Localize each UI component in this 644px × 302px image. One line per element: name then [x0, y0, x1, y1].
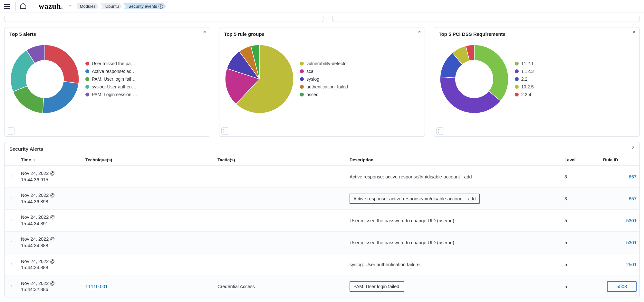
legend-item[interactable]: sca [300, 69, 420, 74]
col-description[interactable]: Description [347, 154, 562, 166]
logo-text: wazuh [39, 2, 61, 10]
cell-description: User missed the password to change UID (… [347, 232, 562, 254]
menu-toggle-icon[interactable] [3, 2, 12, 11]
expand-icon[interactable] [416, 31, 421, 37]
table-row: Nov 24, 2022 @15:44:36.898Active respons… [5, 188, 639, 210]
technique-link[interactable]: T1110.001 [85, 284, 108, 289]
legend-label: 10.2.5 [521, 84, 534, 89]
col-technique[interactable]: Technique(s) [83, 154, 215, 166]
col-ruleid[interactable]: Rule ID [601, 154, 639, 166]
description-text: User missed the password to change UID (… [350, 240, 456, 245]
ruleid-link[interactable]: 657 [629, 174, 637, 179]
app-logo[interactable]: wazuh. [39, 2, 63, 11]
ruleid-link[interactable]: 2501 [626, 262, 637, 267]
expand-row-icon[interactable] [10, 196, 14, 201]
cell-level: 3 [562, 166, 601, 188]
legend-item[interactable]: vulnerability-detector [300, 61, 420, 66]
col-tactic[interactable]: Tactic(s) [215, 154, 347, 166]
legend-item[interactable]: syslog: User authen… [85, 84, 205, 89]
ruleid-link[interactable]: 5301 [626, 218, 637, 223]
chart-panel-top-pci: Top 5 PCI DSS Requirements11.2.111.2.32.… [434, 27, 639, 137]
cell-tactic [215, 254, 347, 276]
legend-color-dot [85, 69, 89, 73]
ruleid-link[interactable]: 5503 [607, 281, 637, 292]
legend-item[interactable]: syslog [300, 76, 420, 82]
svg-point-5 [9, 132, 9, 132]
legend-item[interactable]: PAM: Login session … [85, 92, 205, 97]
breadcrumb-item[interactable]: Security eventsi [123, 3, 166, 10]
legend-color-dot [85, 62, 89, 65]
legend-item[interactable]: 2.2 [515, 76, 635, 82]
table-row: Nov 24, 2022 @15:44:36.915Active respons… [5, 166, 639, 188]
col-time[interactable]: Time ↓ [18, 154, 83, 166]
cell-time: Nov 24, 2022 @15:44:34.888 [18, 232, 83, 254]
cell-level: 5 [562, 232, 601, 254]
expand-icon[interactable] [201, 31, 206, 37]
cell-description: syslog: User authentication failure. [347, 254, 562, 276]
ruleid-link[interactable]: 657 [629, 196, 637, 201]
legend-item[interactable]: 11.2.3 [515, 69, 635, 74]
legend-label: syslog [306, 76, 319, 82]
svg-point-15 [438, 130, 438, 130]
expand-icon[interactable] [630, 31, 635, 37]
cell-level: 5 [562, 254, 601, 276]
ruleid-link[interactable]: 5301 [626, 240, 637, 245]
legend-item[interactable]: 2.2.4 [515, 92, 635, 97]
legend-item[interactable]: Active response: ac… [85, 69, 205, 74]
cell-level: 5 [562, 210, 601, 232]
list-view-icon[interactable] [7, 127, 14, 135]
legend-color-dot [515, 93, 519, 96]
svg-point-3 [9, 130, 9, 130]
cell-description: User missed the password to change UID (… [347, 210, 562, 232]
cell-description: Active response: active-response/bin/dis… [347, 188, 562, 210]
topbar: wazuh. ModulesUbuntuSecurity eventsi [0, 0, 644, 13]
home-icon[interactable] [20, 2, 27, 10]
table-row: Nov 24, 2022 @15:44:34.888User missed th… [5, 232, 639, 254]
col-level[interactable]: Level [562, 154, 601, 166]
cell-tactic [215, 188, 347, 210]
list-view-icon[interactable] [436, 127, 444, 135]
legend-item[interactable]: PAM: User login fail… [85, 76, 205, 82]
panel-title: Top 5 PCI DSS Requirements [439, 31, 635, 37]
legend-label: 2.2.4 [521, 92, 531, 97]
svg-point-9 [224, 130, 224, 130]
svg-point-4 [9, 131, 9, 131]
legend-color-dot [515, 85, 519, 89]
cell-ruleid: 2501 [601, 254, 639, 276]
expand-row-icon[interactable] [10, 174, 14, 179]
cell-tactic [215, 232, 347, 254]
legend-item[interactable]: authentication_failed [300, 84, 420, 89]
chart-panels-row: Top 5 alertsUser missed the pa…Active re… [0, 22, 644, 138]
list-view-icon[interactable] [221, 127, 229, 135]
cell-time: Nov 24, 2022 @15:44:34.888 [18, 254, 83, 276]
chart-body: 11.2.111.2.32.210.2.52.2.4 [439, 39, 635, 119]
info-icon[interactable]: i [159, 4, 163, 9]
expand-row-icon[interactable] [10, 218, 14, 223]
legend-item[interactable]: 10.2.5 [515, 84, 635, 89]
logo-dot: . [61, 2, 63, 10]
divider [15, 2, 16, 11]
expand-icon[interactable] [630, 146, 635, 152]
chart-body: vulnerability-detectorscasyslogauthentic… [224, 39, 420, 119]
partial-panel [332, 16, 640, 22]
legend-item[interactable]: ossec [300, 92, 420, 97]
legend-label: ossec [306, 92, 318, 97]
panel-title: Security Alerts [5, 146, 639, 154]
description-text: Active response: active-response/bin/dis… [350, 174, 472, 179]
chart-legend: vulnerability-detectorscasyslogauthentic… [295, 61, 420, 97]
legend-label: PAM: User login fail… [92, 76, 136, 82]
legend-item[interactable]: User missed the pa… [85, 61, 205, 66]
legend-label: 11.2.1 [521, 61, 534, 66]
svg-point-11 [224, 132, 224, 132]
chevron-down-icon[interactable] [68, 4, 72, 9]
breadcrumb-item[interactable]: Ubuntu [100, 3, 122, 10]
panel-title: Top 5 alerts [9, 31, 205, 37]
breadcrumb-item[interactable]: Modules [77, 3, 99, 10]
legend-item[interactable]: 11.2.1 [515, 61, 635, 66]
expand-row-icon[interactable] [10, 262, 14, 267]
cell-technique [83, 166, 215, 188]
table-row: Nov 24, 2022 @15:44:34.888syslog: User a… [5, 254, 639, 276]
cell-description: Active response: active-response/bin/dis… [347, 166, 562, 188]
expand-row-icon[interactable] [10, 240, 14, 245]
expand-row-icon[interactable] [10, 284, 14, 289]
